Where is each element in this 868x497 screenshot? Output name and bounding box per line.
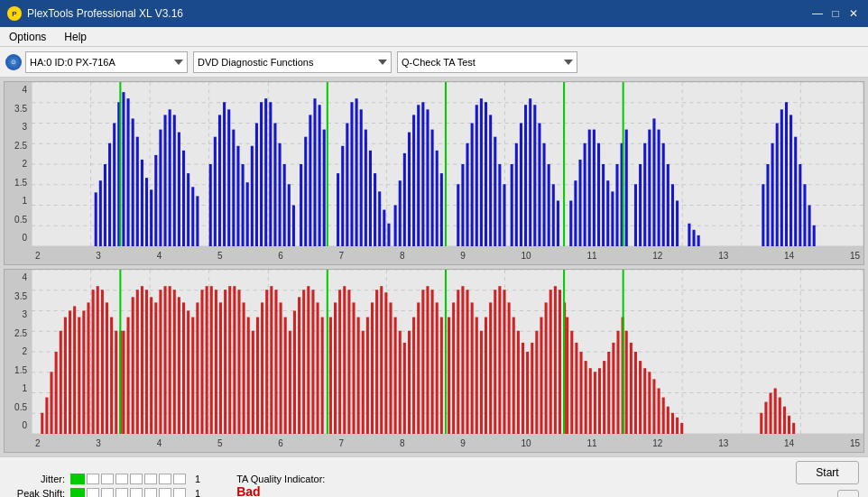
svg-rect-109 — [511, 164, 513, 246]
svg-rect-250 — [338, 290, 341, 434]
x-label: 9 — [460, 438, 466, 448]
x-label: 3 — [96, 251, 101, 261]
menu-options[interactable]: Options — [5, 29, 50, 45]
svg-rect-66 — [292, 206, 295, 247]
start-button[interactable]: Start — [796, 461, 859, 484]
svg-rect-157 — [803, 184, 806, 246]
svg-rect-269 — [426, 286, 429, 434]
menu-help[interactable]: Help — [60, 29, 90, 45]
peakshift-bar-empty — [101, 488, 114, 497]
function-select[interactable]: DVD Diagnostic Functions — [193, 51, 392, 73]
svg-rect-242 — [302, 290, 305, 434]
y-label: 2 — [6, 347, 30, 356]
minimize-button[interactable]: — — [810, 6, 825, 21]
peakshift-bar — [70, 488, 186, 497]
svg-rect-323 — [662, 398, 665, 434]
svg-rect-58 — [255, 124, 258, 247]
svg-rect-302 — [570, 331, 573, 434]
svg-rect-46 — [196, 196, 199, 246]
svg-rect-88 — [403, 153, 406, 246]
svg-rect-106 — [494, 137, 496, 246]
app-icon: P — [7, 6, 22, 21]
svg-rect-45 — [191, 187, 194, 246]
x-label: 2 — [35, 438, 41, 448]
peakshift-value: 1 — [195, 488, 200, 497]
bottom-chart-svg — [32, 270, 863, 434]
bottom-chart-y-axis: 4 3.5 3 2.5 2 1.5 1 0.5 0 — [5, 270, 32, 434]
jitter-value: 1 — [195, 474, 200, 484]
x-label: 7 — [339, 438, 345, 448]
svg-rect-124 — [584, 143, 586, 246]
svg-rect-41 — [173, 115, 176, 246]
svg-rect-107 — [498, 164, 501, 246]
svg-rect-27 — [108, 143, 111, 246]
svg-rect-291 — [526, 352, 529, 434]
svg-rect-254 — [357, 318, 360, 434]
info-button[interactable]: i — [837, 490, 859, 497]
svg-rect-320 — [648, 372, 651, 434]
svg-rect-208 — [145, 290, 148, 434]
svg-rect-216 — [182, 302, 185, 434]
svg-rect-94 — [431, 130, 434, 246]
svg-rect-307 — [594, 372, 596, 434]
svg-rect-200 — [115, 331, 117, 434]
svg-rect-284 — [494, 290, 496, 434]
svg-rect-255 — [362, 331, 365, 434]
svg-rect-139 — [658, 130, 660, 246]
close-button[interactable]: ✕ — [846, 6, 861, 21]
svg-rect-100 — [466, 143, 468, 246]
ta-quality-label: TA Quality Indicator: — [236, 474, 325, 484]
svg-rect-96 — [440, 173, 443, 246]
x-label: 15 — [850, 438, 860, 448]
svg-rect-112 — [524, 105, 527, 246]
svg-rect-56 — [246, 182, 249, 246]
svg-rect-215 — [178, 297, 180, 434]
top-chart-inner — [32, 82, 863, 246]
peakshift-bar-empty — [87, 488, 99, 497]
svg-rect-260 — [384, 292, 387, 434]
svg-rect-114 — [533, 105, 536, 246]
svg-rect-239 — [289, 331, 291, 434]
svg-rect-95 — [436, 151, 439, 246]
test-select[interactable]: Q-Check TA Test — [397, 51, 577, 73]
svg-rect-253 — [352, 302, 355, 434]
svg-rect-119 — [557, 200, 559, 246]
device-select[interactable]: HA:0 ID:0 PX-716A — [25, 51, 188, 73]
svg-rect-328 — [760, 413, 762, 434]
device-icon: ⊙ — [5, 54, 22, 70]
svg-rect-37 — [154, 155, 157, 246]
svg-rect-332 — [779, 398, 781, 434]
svg-rect-303 — [575, 343, 577, 434]
svg-rect-305 — [585, 361, 587, 434]
maximize-button[interactable]: □ — [828, 6, 843, 21]
svg-rect-191 — [73, 306, 76, 434]
svg-rect-249 — [334, 302, 337, 434]
svg-rect-189 — [64, 318, 67, 434]
svg-rect-294 — [540, 318, 542, 434]
peakshift-label: Peak Shift: — [9, 488, 65, 497]
svg-rect-158 — [808, 206, 811, 247]
svg-rect-278 — [466, 290, 468, 434]
toolbar: ⊙ HA:0 ID:0 PX-716A DVD Diagnostic Funct… — [0, 47, 868, 78]
svg-rect-25 — [99, 180, 102, 246]
svg-rect-238 — [284, 318, 287, 434]
svg-rect-69 — [309, 115, 311, 246]
svg-rect-151 — [776, 124, 779, 247]
x-label: 6 — [278, 251, 283, 261]
jitter-bar-empty — [159, 474, 171, 484]
svg-rect-71 — [319, 105, 321, 246]
svg-rect-83 — [378, 191, 381, 246]
top-chart-x-axis: 2 3 4 5 6 7 8 9 10 11 12 13 14 15 — [32, 246, 863, 264]
svg-rect-101 — [471, 124, 474, 247]
svg-rect-113 — [529, 98, 531, 246]
svg-rect-311 — [612, 343, 614, 434]
x-label: 6 — [278, 438, 283, 448]
x-label: 5 — [217, 438, 223, 448]
x-label: 11 — [586, 251, 596, 261]
x-label: 3 — [96, 438, 101, 448]
top-chart-svg — [32, 82, 863, 246]
svg-rect-272 — [440, 318, 443, 434]
svg-rect-195 — [92, 290, 95, 434]
svg-rect-78 — [356, 98, 358, 246]
peakshift-bar-filled — [70, 488, 85, 497]
